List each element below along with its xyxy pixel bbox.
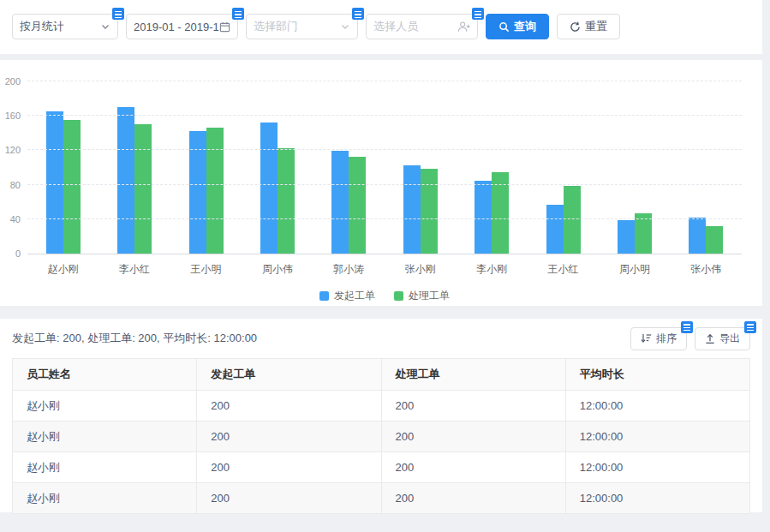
chevron-down-icon [100, 21, 110, 32]
table-column-header: 员工姓名 [13, 359, 197, 391]
filter-toolbar: 按月统计 2019-01 - 2019-12 选择部门 选择人员 [0, 0, 762, 54]
x-axis-tick-label: 王小明 [170, 262, 242, 277]
table-cell: 200 [197, 452, 381, 483]
reset-button-label: 重置 [585, 19, 607, 34]
table-cell: 赵小刚 [13, 452, 197, 483]
person-input[interactable]: 选择人员 [366, 14, 478, 39]
table-column-header: 处理工单 [381, 359, 565, 391]
bar-group [27, 81, 98, 254]
table-cell: 赵小刚 [13, 421, 197, 452]
menu-badge-icon[interactable] [472, 8, 484, 20]
person-add-icon [457, 21, 470, 33]
table-column-header: 发起工单 [197, 359, 381, 391]
legend-item[interactable]: 处理工单 [394, 289, 450, 303]
bar-发起工单[interactable] [260, 123, 278, 254]
bar-处理工单[interactable] [421, 169, 438, 254]
menu-badge-icon[interactable] [744, 321, 756, 333]
chart-bars [27, 81, 742, 254]
menu-badge-icon[interactable] [352, 8, 364, 20]
bar-发起工单[interactable] [117, 107, 134, 254]
person-input-placeholder: 选择人员 [373, 19, 457, 34]
bar-处理工单[interactable] [706, 226, 723, 254]
legend-label: 处理工单 [409, 289, 450, 303]
table-header-row: 员工姓名发起工单处理工单平均时长 [13, 359, 750, 391]
bar-group [242, 81, 313, 254]
chart-gridline [27, 81, 742, 81]
summary-text: 发起工单: 200, 处理工单: 200, 平均时长: 12:00:00 [12, 331, 257, 346]
sort-button-label: 排序 [656, 332, 677, 346]
legend-swatch [394, 291, 403, 301]
bar-处理工单[interactable] [63, 120, 81, 254]
table-cell: 200 [381, 483, 565, 514]
date-range-value: 2019-01 - 2019-12 [134, 21, 219, 33]
table-row[interactable]: 赵小刚20020012:00:00 [13, 421, 750, 452]
bar-group [170, 81, 242, 254]
table-row[interactable]: 赵小刚20020012:00:00 [13, 391, 750, 421]
table-body: 赵小刚20020012:00:00赵小刚20020012:00:00赵小刚200… [13, 391, 750, 514]
bar-group [671, 81, 742, 254]
table-column-header: 平均时长 [565, 359, 749, 391]
bar-发起工单[interactable] [546, 205, 564, 254]
table-card: 发起工单: 200, 处理工单: 200, 平均时长: 12:00:00 排序 [0, 319, 762, 512]
bar-处理工单[interactable] [564, 186, 581, 254]
menu-badge-icon[interactable] [112, 8, 124, 20]
y-axis-tick-label: 160 [0, 111, 21, 121]
bar-处理工单[interactable] [206, 128, 224, 254]
query-button-label: 查询 [514, 19, 536, 34]
period-select[interactable]: 按月统计 [12, 14, 118, 39]
table-cell: 12:00:00 [565, 391, 749, 421]
export-button[interactable]: 导出 [695, 327, 750, 350]
section-divider [0, 306, 762, 319]
chart-plot: 04080120160200 [27, 81, 742, 254]
x-axis-tick-label: 周小伟 [242, 262, 313, 277]
sort-button[interactable]: 排序 [630, 327, 687, 350]
date-range-picker[interactable]: 2019-01 - 2019-12 [126, 14, 238, 39]
bar-发起工单[interactable] [618, 220, 635, 254]
bar-group [313, 81, 385, 254]
bar-发起工单[interactable] [331, 151, 349, 254]
bar-group [385, 81, 456, 254]
department-select-placeholder: 选择部门 [254, 19, 340, 34]
sort-icon [641, 333, 652, 344]
bar-发起工单[interactable] [475, 181, 492, 254]
chart-legend: 发起工单处理工单 [27, 289, 742, 303]
bar-group [599, 81, 670, 254]
menu-badge-icon[interactable] [681, 321, 693, 333]
legend-item[interactable]: 发起工单 [319, 289, 375, 303]
chart-gridline [27, 218, 742, 219]
bar-group [528, 81, 599, 254]
bar-处理工单[interactable] [349, 157, 366, 254]
table-cell: 200 [381, 391, 565, 421]
legend-swatch [319, 291, 329, 301]
bar-处理工单[interactable] [635, 213, 652, 254]
bar-发起工单[interactable] [689, 218, 706, 254]
x-axis-tick-label: 张小刚 [385, 262, 456, 277]
bar-发起工单[interactable] [403, 165, 421, 254]
bar-处理工单[interactable] [278, 148, 295, 254]
chart-card: 04080120160200 赵小刚李小红王小明周小伟郭小涛张小刚李小刚王小红周… [0, 60, 762, 306]
department-select[interactable]: 选择部门 [246, 14, 358, 39]
search-icon [498, 21, 510, 33]
query-button[interactable]: 查询 [486, 14, 549, 39]
reset-button[interactable]: 重置 [557, 14, 620, 39]
x-axis-tick-label: 张小伟 [671, 262, 742, 277]
table-cell: 200 [197, 421, 381, 452]
page: 按月统计 2019-01 - 2019-12 选择部门 选择人员 [0, 0, 762, 512]
chart-gridline [27, 115, 742, 116]
table-actions: 排序 导出 [630, 327, 750, 350]
table-row[interactable]: 赵小刚20020012:00:00 [13, 452, 750, 483]
table-cell: 12:00:00 [565, 421, 749, 452]
staff-table: 员工姓名发起工单处理工单平均时长 赵小刚20020012:00:00赵小刚200… [12, 358, 750, 514]
table-cell: 200 [197, 391, 381, 421]
bar-处理工单[interactable] [134, 124, 152, 254]
y-axis-tick-label: 0 [0, 248, 21, 259]
table-cell: 赵小刚 [13, 391, 197, 421]
bar-group [98, 81, 170, 254]
menu-badge-icon[interactable] [232, 8, 244, 20]
bar-group [456, 81, 527, 254]
legend-label: 发起工单 [334, 289, 375, 303]
bar-发起工单[interactable] [46, 111, 63, 254]
upload-icon [705, 333, 715, 344]
x-axis-tick-label: 李小红 [98, 262, 170, 277]
table-row[interactable]: 赵小刚20020012:00:00 [13, 483, 750, 514]
